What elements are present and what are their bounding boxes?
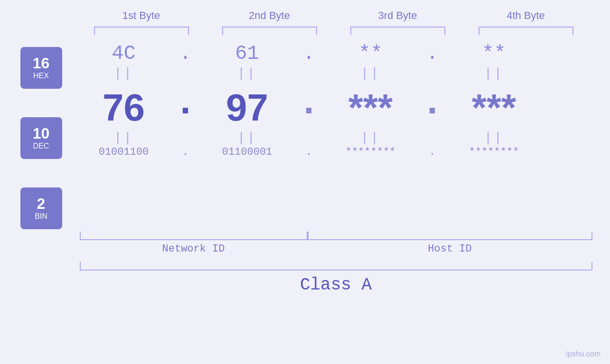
hex-dot-3: . [423,42,442,65]
bin-badge: 2 BIN [20,187,62,229]
byte2-header: 2nd Byte [217,9,322,22]
byte-headers-row: 1st Byte 2nd Byte 3rd Byte 4th Byte [77,9,590,22]
top-bracket-row [77,27,590,35]
host-id-label: Host ID [308,243,592,255]
bin-number: 2 [37,196,46,211]
bin-dot-3: . [423,146,442,158]
hex-row: 4C . 61 . ** . ** [72,42,590,65]
eq2-2: || [195,131,300,145]
class-bracket-area: Class A [80,262,592,295]
eq2-4: || [442,131,546,145]
bin-value-3: ******** [346,146,396,158]
equals-row-2: || || || || [72,130,590,146]
hex-label: HEX [33,72,49,80]
bracket-top-3 [350,27,445,35]
dec-value-4: *** [472,86,516,129]
bin-dot-2: . [300,146,319,158]
bin-cell-1: 01001100 [72,146,176,158]
dec-value-1: 76 [103,86,145,129]
eq2-3: || [319,131,423,145]
bin-value-4: ******** [469,146,519,158]
bracket-top-1 [94,27,189,35]
base-labels-column: 16 HEX 10 DEC 2 BIN [20,47,62,229]
bin-cell-2: 01100001 [195,146,300,158]
network-id-label: Network ID [80,243,308,255]
dec-value-3: *** [348,86,393,129]
dec-dot-3: . [423,82,442,130]
network-id-bracket [80,232,308,240]
dec-badge: 10 DEC [20,117,62,159]
dec-number: 10 [33,126,50,141]
hex-cell-4: ** [442,42,546,65]
bottom-bracket-row [80,232,592,240]
bin-cell-3: ******** [319,146,423,158]
hex-value-1: 4C [112,42,135,65]
eq-1: || [72,66,176,81]
hex-cell-2: 61 [195,42,300,65]
byte3-header: 3rd Byte [346,9,450,22]
hex-value-3: ** [358,42,382,65]
main-container: 1st Byte 2nd Byte 3rd Byte 4th Byte 16 H… [0,0,610,364]
dec-dot-2: . [300,82,319,130]
class-label: Class A [80,275,592,295]
equals-row-1: || || || || [72,65,590,82]
dec-cell-3: *** [319,86,423,130]
host-id-bracket [308,232,592,240]
watermark: ipshu.com [566,350,601,358]
id-labels-row: Network ID Host ID [80,243,592,255]
dec-label: DEC [33,142,49,150]
hex-cell-1: 4C [72,42,176,65]
eq2-1: || [72,131,176,145]
dec-cell-2: 97 [195,86,300,130]
hex-badge: 16 HEX [20,47,62,89]
bin-value-2: 01100001 [222,146,272,158]
byte1-header: 1st Byte [89,9,194,22]
eq-4: || [442,66,546,81]
byte4-header: 4th Byte [474,9,578,22]
data-rows-area: 4C . 61 . ** . ** [72,42,590,158]
main-content-area: 16 HEX 10 DEC 2 BIN 4C . [20,42,590,229]
eq-2: || [195,66,300,81]
hex-value-4: ** [482,42,506,65]
bracket-top-4 [479,27,573,35]
bin-cell-4: ******** [442,146,546,158]
hex-value-2: 61 [235,42,259,65]
hex-dot-2: . [300,42,319,65]
bottom-brackets-area: Network ID Host ID [80,232,592,255]
hex-cell-3: ** [319,42,423,65]
dec-value-2: 97 [226,86,268,129]
bin-value-1: 01001100 [99,146,149,158]
bin-label: BIN [35,212,47,221]
dec-dot-1: . [176,82,195,130]
bracket-top-2 [222,27,317,35]
class-bracket [80,262,592,271]
dec-cell-4: *** [442,86,546,130]
bin-dot-1: . [176,146,195,158]
dec-cell-1: 76 [72,86,176,130]
eq-3: || [319,66,423,81]
hex-number: 16 [33,56,50,71]
bin-row: 01001100 . 01100001 . ******** . [72,146,590,158]
dec-row: 76 . 97 . *** . *** [72,82,590,130]
hex-dot-1: . [176,42,195,65]
